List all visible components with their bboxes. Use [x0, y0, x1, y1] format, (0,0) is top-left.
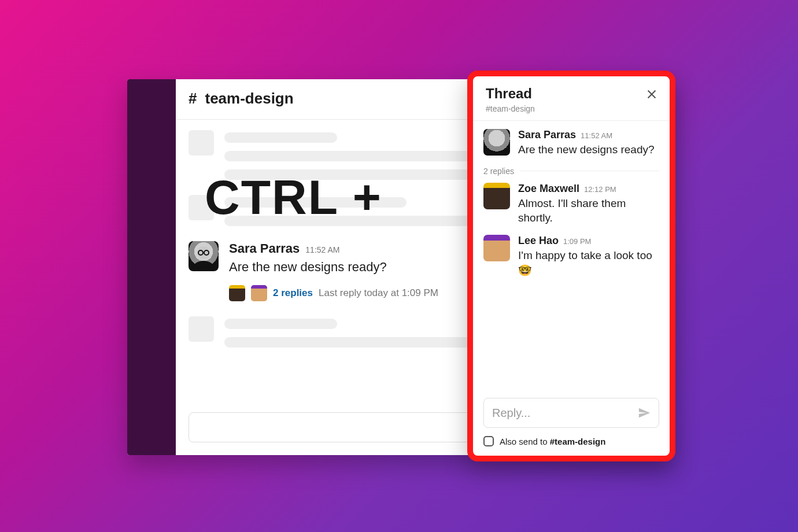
thread-message[interactable]: Lee Hao 1:09 PM I'm happy to take a look…	[483, 235, 659, 278]
message-author: Lee Hao	[518, 235, 559, 247]
hash-icon: #	[189, 90, 197, 108]
thread-header: Thread #team-design	[473, 76, 670, 121]
thread-message[interactable]: Sara Parras 11:52 AM Are the new designs…	[483, 129, 659, 157]
reply-placeholder: Reply...	[492, 407, 530, 420]
close-thread-button[interactable]	[645, 86, 659, 103]
avatar-zoe-maxwell	[483, 183, 510, 209]
reply-avatar	[251, 285, 267, 301]
avatar-sara-parras	[483, 129, 510, 156]
avatar-sara-parras	[189, 241, 219, 271]
message-timestamp: 11:52 AM	[581, 131, 612, 140]
message-author: Sara Parras	[229, 241, 300, 256]
avatar-placeholder	[189, 316, 214, 342]
also-send-label: Also send to	[500, 437, 550, 446]
replies-count-label: 2 replies	[483, 167, 514, 176]
avatar-lee-hao	[483, 235, 510, 261]
replies-count-link[interactable]: 2 replies	[273, 287, 313, 299]
message-text: Are the new designs ready?	[518, 142, 659, 157]
message-timestamp: 11:52 AM	[305, 245, 339, 254]
also-send-checkbox[interactable]	[483, 436, 494, 446]
message-timestamp: 1:09 PM	[563, 237, 591, 246]
thread-subtitle: #team-design	[486, 104, 535, 113]
thread-panel: Thread #team-design Sara Parras 11:52 AM…	[467, 71, 675, 461]
channel-name: team-design	[205, 90, 293, 108]
text-placeholder	[224, 319, 337, 329]
thread-reply-composer[interactable]: Reply...	[483, 398, 659, 428]
also-send-to-channel[interactable]: Also send to #team-design	[473, 434, 670, 456]
message-timestamp: 12:12 PM	[584, 185, 616, 194]
text-placeholder	[224, 197, 407, 208]
close-icon	[645, 88, 658, 101]
avatar-placeholder	[189, 130, 214, 156]
thread-message[interactable]: Zoe Maxwell 12:12 PM Almost. I'll share …	[483, 183, 659, 226]
reply-avatar	[229, 285, 245, 301]
send-icon[interactable]	[638, 407, 651, 419]
thread-title: Thread	[486, 86, 535, 102]
message-text: I'm happy to take a look too 🤓	[518, 248, 659, 278]
svg-point-1	[193, 261, 214, 271]
thread-message-list: Sara Parras 11:52 AM Are the new designs…	[473, 121, 670, 396]
also-send-channel-name: #team-design	[550, 437, 606, 446]
avatar-placeholder	[189, 195, 214, 220]
replies-divider: 2 replies	[483, 167, 659, 176]
message-text: Almost. I'll share them shortly.	[518, 196, 659, 226]
message-author: Sara Parras	[518, 129, 576, 141]
last-reply-time: Last reply today at 1:09 PM	[319, 287, 438, 299]
workspace-sidebar	[127, 79, 176, 455]
message-author: Zoe Maxwell	[518, 183, 579, 195]
text-placeholder	[224, 132, 337, 143]
